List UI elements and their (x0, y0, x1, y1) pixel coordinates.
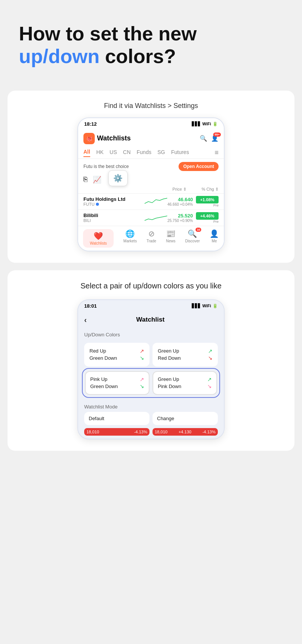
stock-change-bili: +4.46% (196, 212, 219, 220)
toolbar: ⎘ 📈 ⚙️ ⊞ (78, 174, 224, 185)
time-2: 18:01 (84, 303, 97, 309)
updown-section-label: Up/Down Colors (78, 328, 224, 340)
strip-value-2: 18,010 (155, 430, 168, 434)
settings-popup[interactable]: ⚙️ (108, 170, 128, 186)
tab-sg[interactable]: SG (157, 149, 165, 157)
color-option-green-up-pink-down[interactable]: Green UpPink Down ↗ ↘ (153, 371, 217, 395)
strip-change-2: +4.130 (179, 430, 191, 434)
nav-discover-label: Discover (185, 239, 200, 243)
tab-us[interactable]: US (109, 149, 117, 157)
strip-value-1: 18,010 (86, 430, 99, 434)
tab-more-icon[interactable]: ≡ (214, 149, 219, 157)
settings-screen-title: Watchlist (91, 316, 210, 324)
pct-chg-header: % Chg ⇕ (202, 187, 219, 192)
down-arrow-green-2: ↘ (140, 383, 144, 389)
nav-news[interactable]: 📰 News (166, 229, 176, 248)
back-button[interactable]: ‹ (84, 316, 87, 324)
color-options-top: Red UpGreen Down ↗ ↘ Green UpRed Down ↗ … (78, 340, 224, 368)
nav-me-label: Me (212, 239, 217, 243)
stock-chart-futu (145, 196, 167, 207)
status-icons-1: ▋▋▋ WiFi 🔋 (192, 122, 218, 126)
header-icons: 🔍 👤 99+ (200, 135, 219, 142)
chart-icon[interactable]: 📈 (93, 176, 101, 184)
wifi-icon-2: WiFi (202, 304, 211, 308)
tab-futures[interactable]: Futures (171, 149, 189, 157)
copy-icon[interactable]: ⎘ (83, 176, 88, 183)
tab-all[interactable]: All (83, 149, 90, 157)
stock-ticker-futu: FUTU (83, 202, 145, 206)
color-option-green-up-red-down[interactable]: Green UpRed Down ↗ ↘ (153, 343, 218, 367)
stock-row-bili: Bilibili BILI 25.520 25.750 +0.90% +4.46… (78, 210, 224, 226)
bottom-nav: ❤️ Watchlists 🌐 Markets ⊘ Trade 📰 News 🔍 (78, 226, 224, 251)
logo-icon: 🐙 (83, 133, 95, 144)
battery-icon: 🔋 (213, 122, 218, 126)
green-up-red-down-arrows: ↗ ↘ (208, 348, 213, 361)
nav-discover[interactable]: 🔍 16 Discover (185, 229, 200, 248)
up-arrow-green-2: ↗ (207, 376, 212, 382)
pink-up-green-down-label: Pink UpGreen Down (90, 376, 118, 390)
hero-section: How to set the new up/down colors? (8, 15, 294, 91)
pre-badge-bili: Pre (213, 220, 219, 223)
tab-funds[interactable]: Funds (137, 149, 151, 157)
price-header: Price ⇕ (173, 187, 186, 192)
banner-text: Futu is the best choice (83, 164, 129, 169)
watchlist-mode-section: Watchlist Mode Default Change (78, 398, 224, 428)
card2: Select a pair of up/down colors as you l… (8, 270, 294, 451)
mode-options-grid: Default Change (84, 412, 218, 425)
strip-change-3: -4.13% (202, 430, 216, 434)
trade-icon: ⊘ (148, 229, 155, 238)
heart-icon: ❤️ (94, 231, 103, 240)
hero-title-accent: up/down (19, 45, 100, 67)
tab-bar: All HK US CN Funds SG Futures ≡ (78, 147, 224, 159)
battery-icon-2: 🔋 (213, 304, 218, 308)
card1: Find it via Watchlists > Settings 18:12 … (8, 91, 294, 263)
status-bar-2: 18:01 ▋▋▋ WiFi 🔋 (78, 300, 224, 312)
watchlist-mode-label: Watchlist Mode (84, 401, 218, 412)
notification-count: 99+ (213, 132, 221, 137)
markets-icon: 🌐 (125, 229, 135, 238)
status-icons-2: ▋▋▋ WiFi 🔋 (192, 304, 218, 308)
tab-hk[interactable]: HK (96, 149, 103, 157)
strip-change-1: -4.13% (134, 430, 147, 434)
selected-color-options: Pink UpGreen Down ↗ ↘ Green UpPink Down … (82, 368, 220, 398)
down-arrow-red: ↘ (208, 355, 213, 361)
status-bar-1: 18:12 ▋▋▋ WiFi 🔋 (78, 118, 224, 130)
mode-option-default[interactable]: Default (84, 412, 149, 425)
wifi-icon: WiFi (202, 122, 211, 126)
ticker-dot (96, 203, 99, 206)
stock-name-futu: Futu Holdings Ltd (83, 196, 145, 202)
strip-item-2: 18,010 +4.130 -4.13% (153, 428, 218, 436)
nav-watchlists-label: Watchlists (90, 241, 107, 245)
pre-badge-futu: Pre (213, 203, 219, 207)
stock-ticker-bili: BILI (83, 218, 145, 223)
up-arrow-green: ↗ (208, 348, 213, 354)
nav-markets[interactable]: 🌐 Markets (123, 229, 137, 248)
stock-price-sub-bili: 25.750 +0.90% (167, 219, 193, 223)
open-account-button[interactable]: Open Account (179, 162, 219, 171)
red-up-green-down-arrows: ↗ ↘ (140, 348, 144, 361)
up-arrow-red: ↗ (140, 348, 144, 354)
color-option-pink-up-green-down[interactable]: Pink UpGreen Down ↗ ↘ (85, 371, 149, 395)
nav-me[interactable]: 👤 Me (210, 229, 219, 248)
settings-phone-mockup: 18:01 ▋▋▋ WiFi 🔋 ‹ Watchlist Up/Down Col… (77, 299, 225, 439)
discover-badge: 16 (196, 228, 201, 232)
color-option-red-up-green-down[interactable]: Red UpGreen Down ↗ ↘ (84, 343, 149, 367)
app-title: Watchlists (97, 134, 131, 142)
search-icon[interactable]: 🔍 (200, 135, 207, 142)
selected-options-grid: Pink UpGreen Down ↗ ↘ Green UpPink Down … (85, 371, 217, 395)
nav-trade[interactable]: ⊘ Trade (146, 229, 156, 248)
phone-mockup-1: 18:12 ▋▋▋ WiFi 🔋 🐙 Watchlists 🔍 👤 99+ (77, 117, 225, 251)
me-icon: 👤 (210, 229, 219, 238)
tab-cn[interactable]: CN (123, 149, 131, 157)
settings-nav-header: ‹ Watchlist (78, 312, 224, 328)
stock-price-main-futu: 46.640 (167, 197, 193, 202)
nav-markets-label: Markets (123, 239, 137, 243)
pink-up-green-down-arrows: ↗ ↘ (140, 376, 144, 389)
notification-badge[interactable]: 👤 99+ (211, 135, 219, 142)
nav-trade-label: Trade (146, 239, 156, 243)
card1-subtitle: Find it via Watchlists > Settings (15, 102, 287, 110)
down-arrow-pink: ↘ (207, 383, 212, 389)
mode-option-change[interactable]: Change (153, 412, 218, 425)
stock-price-sub-futu: 46.660 +0.04% (167, 202, 193, 206)
nav-watchlists[interactable]: ❤️ Watchlists (83, 229, 114, 248)
